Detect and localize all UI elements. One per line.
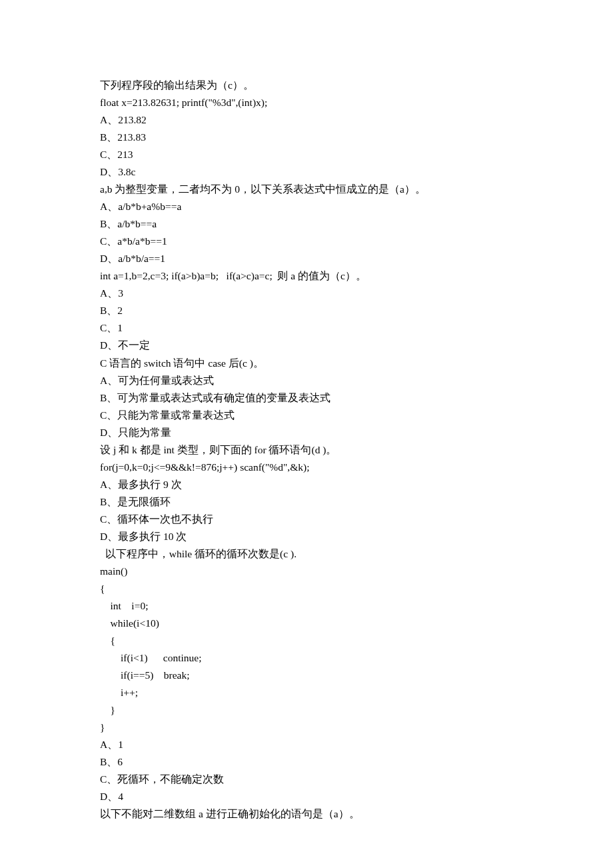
text-line: A、可为任何量或表达式 <box>100 372 513 389</box>
text-line: D、最多执行 10 次 <box>100 528 513 545</box>
text-line: main() <box>100 563 513 580</box>
text-line: if(i<1) continue; <box>100 649 513 667</box>
text-line: D、4 <box>100 788 513 805</box>
text-line: B、可为常量或表达式或有确定值的变量及表达式 <box>100 389 513 407</box>
text-line: while(i<10) <box>100 615 513 632</box>
text-line: C、只能为常量或常量表达式 <box>100 407 513 424</box>
text-line: B、6 <box>100 753 513 771</box>
text-line: A、最多执行 9 次 <box>100 476 513 493</box>
text-line: C 语言的 switch 语句中 case 后(c )。 <box>100 355 513 372</box>
text-line: int a=1,b=2,c=3; if(a>b)a=b; if(a>c)a=c;… <box>100 267 513 285</box>
text-line: 以下程序中，while 循环的循环次数是(c ). <box>100 545 513 563</box>
text-line: D、3.8c <box>100 163 513 181</box>
text-line: B、213.83 <box>100 129 513 146</box>
text-line: for(j=0,k=0;j<=9&&k!=876;j++) scanf("%d"… <box>100 459 513 476</box>
text-line: if(i==5) break; <box>100 667 513 684</box>
text-line: { <box>100 632 513 649</box>
text-line: i++; <box>100 684 513 701</box>
text-line: A、1 <box>100 736 513 753</box>
text-line: C、1 <box>100 319 513 337</box>
text-line: A、a/b*b+a%b==a <box>100 198 513 215</box>
text-line: int i=0; <box>100 597 513 615</box>
text-line: a,b 为整型变量，二者均不为 0，以下关系表达式中恒成立的是（a）。 <box>100 181 513 198</box>
text-line: C、死循环，不能确定次数 <box>100 771 513 788</box>
text-line: } <box>100 719 513 736</box>
text-line: 下列程序段的输出结果为（c）。 <box>100 77 513 94</box>
text-line: 设 j 和 k 都是 int 类型，则下面的 for 循环语句(d )。 <box>100 441 513 459</box>
text-line: B、是无限循环 <box>100 493 513 511</box>
text-line: B、2 <box>100 302 513 319</box>
text-line: A、213.82 <box>100 111 513 129</box>
text-line: A、3 <box>100 285 513 302</box>
text-line: float x=213.82631; printf("%3d",(int)x); <box>100 94 513 111</box>
text-line: { <box>100 580 513 597</box>
text-line: C、循环体一次也不执行 <box>100 511 513 528</box>
text-line: C、a*b/a*b==1 <box>100 233 513 250</box>
text-line: D、a/b*b/a==1 <box>100 250 513 267</box>
text-line: C、213 <box>100 146 513 163</box>
text-line: } <box>100 701 513 719</box>
text-line: D、不一定 <box>100 337 513 354</box>
text-line: D、只能为常量 <box>100 424 513 441</box>
text-line: B、a/b*b==a <box>100 215 513 233</box>
document-page: 下列程序段的输出结果为（c）。 float x=213.82631; print… <box>0 0 613 868</box>
text-line: 以下不能对二维数组 a 进行正确初始化的语句是（a）。 <box>100 805 513 823</box>
